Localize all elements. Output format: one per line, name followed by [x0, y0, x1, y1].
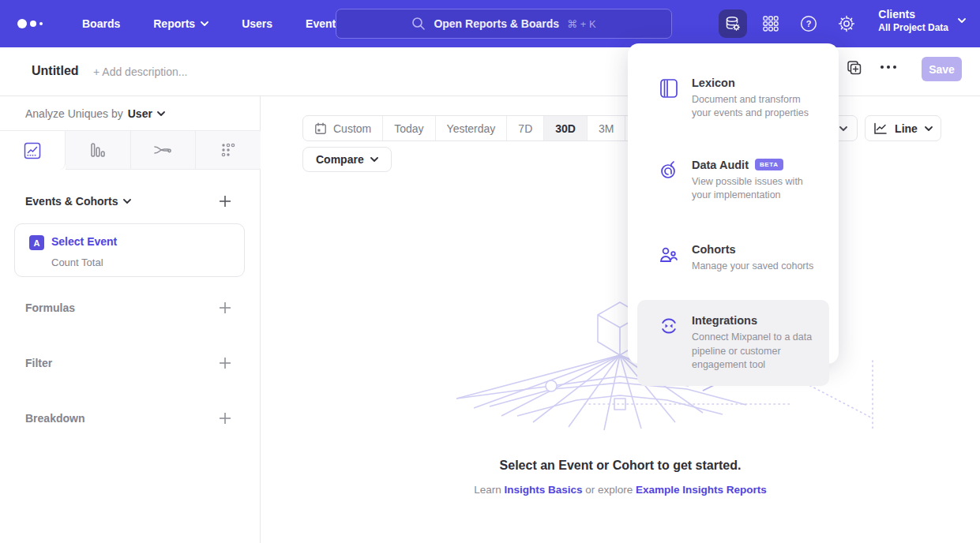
- add-breakdown-button[interactable]: [219, 412, 231, 425]
- events-cohorts-header[interactable]: Events & Cohorts: [25, 195, 131, 208]
- count-total-label[interactable]: Count Total: [51, 257, 103, 268]
- settings-button[interactable]: [832, 9, 861, 38]
- lexicon-description: Document and transform your events and p…: [692, 93, 818, 121]
- data-audit-title-text: Data Audit: [692, 159, 749, 171]
- range-today[interactable]: Today: [383, 116, 435, 140]
- cohorts-people-icon: [659, 245, 678, 265]
- nav-reports-label: Reports: [153, 17, 195, 30]
- range-custom[interactable]: Custom: [303, 116, 383, 140]
- learn-prefix: Learn: [474, 484, 501, 496]
- analyze-row: Analyze Uniques by User: [25, 107, 165, 120]
- chevron-down-icon: [370, 157, 378, 162]
- compare-button[interactable]: Compare: [302, 147, 392, 172]
- range-7d-label: 7D: [518, 122, 532, 135]
- menu-item-cohorts[interactable]: Cohorts Manage your saved cohorts: [637, 234, 829, 284]
- breakdown-label: Breakdown: [25, 412, 84, 425]
- mixpanel-logo-icon[interactable]: [17, 19, 49, 28]
- add-event-button[interactable]: [219, 195, 231, 208]
- range-30d-selected[interactable]: 30D: [544, 116, 588, 140]
- gear-icon: [837, 14, 856, 33]
- menu-item-data-audit[interactable]: Data Audit BETA View possible issues wit…: [637, 149, 829, 214]
- report-description-placeholder[interactable]: + Add description...: [93, 66, 187, 78]
- data-management-menu: Lexicon Document and transform your even…: [628, 43, 839, 364]
- more-options-button[interactable]: [880, 65, 897, 69]
- chevron-down-icon: [839, 126, 847, 131]
- project-scope: All Project Data: [878, 22, 948, 33]
- or-explore-text: or explore: [585, 484, 633, 496]
- project-selector[interactable]: Clients All Project Data: [878, 8, 966, 33]
- duplicate-report-button[interactable]: [847, 60, 862, 76]
- compare-label: Compare: [316, 153, 364, 166]
- project-name: Clients: [878, 8, 948, 21]
- events-cohorts-label: Events & Cohorts: [25, 195, 118, 208]
- database-gear-icon: [724, 15, 742, 32]
- copy-plus-icon: [847, 60, 862, 76]
- range-30d-label: 30D: [555, 122, 576, 135]
- example-reports-link[interactable]: Example Insights Reports: [636, 484, 767, 496]
- chevron-down-icon: [157, 111, 165, 116]
- range-yesterday[interactable]: Yesterday: [436, 116, 508, 140]
- range-custom-label: Custom: [333, 122, 371, 135]
- empty-state-links: Learn Insights Basics or explore Example…: [261, 484, 980, 496]
- chevron-down-icon: [925, 126, 933, 131]
- line-chart-icon: [873, 122, 888, 135]
- help-button[interactable]: ?: [794, 9, 823, 38]
- beta-badge: BETA: [755, 159, 783, 170]
- apps-grid-icon: [762, 15, 779, 32]
- integrations-title: Integrations: [692, 314, 818, 327]
- save-button[interactable]: Save: [922, 57, 962, 81]
- menu-item-lexicon[interactable]: Lexicon Document and transform your even…: [637, 67, 829, 132]
- search-shortcut: ⌘ + K: [567, 18, 596, 30]
- search-placeholder: Open Reports & Boards: [434, 17, 559, 30]
- help-icon: ?: [799, 14, 818, 33]
- flow-tab-icon: [152, 140, 173, 159]
- data-audit-icon: [659, 160, 678, 181]
- analyze-value-dropdown[interactable]: User: [128, 107, 165, 120]
- cohorts-description: Manage your saved cohorts: [692, 260, 813, 273]
- tab-insights-line[interactable]: [0, 131, 66, 170]
- calendar-icon: [314, 122, 327, 135]
- nav-reports[interactable]: Reports: [153, 17, 208, 30]
- chart-style-label: Line: [895, 122, 918, 135]
- range-7d[interactable]: 7D: [507, 116, 544, 140]
- svg-text:?: ?: [806, 19, 812, 28]
- line-chart-tab-icon: [23, 141, 42, 160]
- nav-users[interactable]: Users: [242, 17, 272, 30]
- apps-grid-button[interactable]: [757, 9, 785, 38]
- top-nav: Boards Reports Users Events Open Reports…: [0, 0, 980, 47]
- lexicon-book-icon: [659, 78, 678, 99]
- range-yesterday-label: Yesterday: [447, 122, 496, 135]
- chevron-down-icon: [201, 21, 208, 26]
- data-management-button[interactable]: [719, 9, 747, 38]
- formulas-label: Formulas: [25, 301, 75, 314]
- chevron-down-icon: [958, 18, 966, 23]
- bar-chart-tab-icon: [88, 140, 107, 159]
- metrics-tab-icon: [219, 140, 238, 159]
- chart-area: Custom Today Yesterday 7D 30D 3M 6M Comp…: [261, 96, 980, 543]
- chart-style-button[interactable]: Line: [865, 115, 941, 141]
- tab-metrics[interactable]: [196, 131, 261, 170]
- report-title[interactable]: Untitled: [32, 64, 79, 78]
- cohorts-title: Cohorts: [692, 243, 813, 256]
- event-badge: A: [29, 235, 44, 250]
- nav-boards-label: Boards: [82, 17, 120, 30]
- range-today-label: Today: [394, 122, 423, 135]
- add-formula-button[interactable]: [219, 301, 231, 314]
- nav-boards[interactable]: Boards: [82, 17, 120, 30]
- tab-bar-chart[interactable]: [66, 131, 131, 170]
- insights-basics-link[interactable]: Insights Basics: [504, 484, 582, 496]
- select-event-label[interactable]: Select Event: [51, 235, 117, 248]
- data-audit-title: Data Audit BETA: [692, 159, 818, 171]
- filter-label: Filter: [25, 357, 52, 369]
- range-3m[interactable]: 3M: [588, 116, 625, 140]
- lexicon-title: Lexicon: [692, 77, 818, 89]
- integrations-description: Connect Mixpanel to a data pipeline or c…: [692, 331, 818, 372]
- event-card[interactable]: A Select Event Count Total: [14, 223, 245, 277]
- add-filter-button[interactable]: [219, 357, 231, 369]
- global-search-input[interactable]: Open Reports & Boards ⌘ + K: [336, 9, 672, 39]
- empty-state-title: Select an Event or Cohort to get started…: [261, 459, 980, 473]
- tab-flow[interactable]: [131, 131, 197, 170]
- range-3m-label: 3M: [599, 122, 614, 135]
- integrations-sync-icon: [659, 316, 678, 336]
- menu-item-integrations[interactable]: Integrations Connect Mixpanel to a data …: [637, 300, 829, 386]
